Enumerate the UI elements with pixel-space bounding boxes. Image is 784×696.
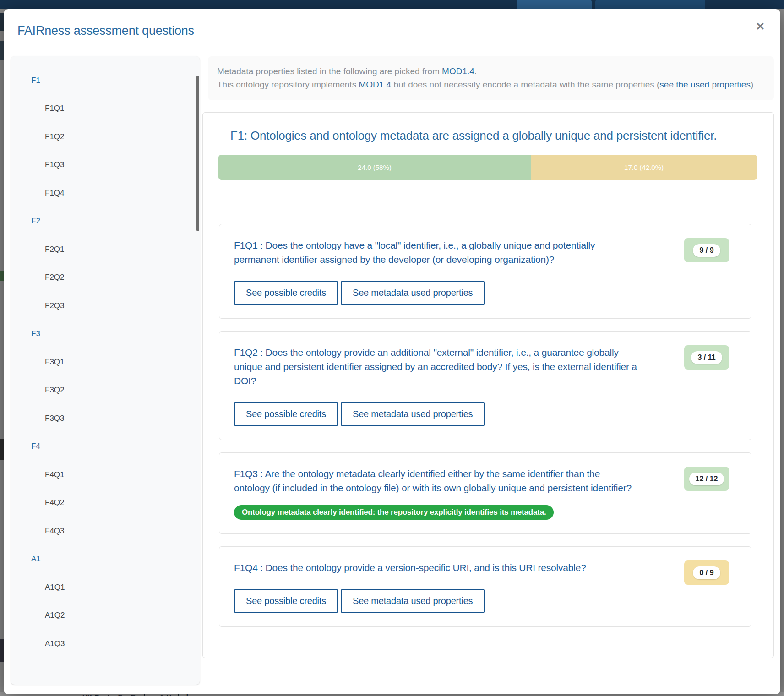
progress-passed-segment: 24.0 (58%) xyxy=(218,155,531,180)
question-card-F1Q3: F1Q3 : Are the ontology metadata clearly… xyxy=(219,452,751,534)
see-metadata-used-properties-button[interactable]: See metadata used properties xyxy=(341,281,485,304)
score-value: 3 / 11 xyxy=(691,351,722,364)
info-text: ) xyxy=(751,80,753,89)
sidebar-item-F2Q3[interactable]: F2Q3 xyxy=(11,292,200,320)
background-fragment xyxy=(0,13,4,31)
question-text: F1Q2 : Does the ontology provide an addi… xyxy=(234,345,637,388)
question-text: F1Q4 : Does the ontology provide a versi… xyxy=(234,560,637,575)
sidebar-item-F2[interactable]: F2 xyxy=(11,207,200,236)
background-fragment xyxy=(0,271,4,281)
background-top-navbar xyxy=(0,0,784,9)
info-text: . xyxy=(474,66,477,76)
sidebar-item-F4Q3[interactable]: F4Q3 xyxy=(11,517,200,545)
sidebar-item-F2Q2[interactable]: F2Q2 xyxy=(11,264,200,292)
score-badge: 3 / 11 xyxy=(684,345,729,370)
progress-missed-label: 17.0 (42.0%) xyxy=(624,163,664,171)
question-card-F1Q1: F1Q1 : Does the ontology have a "local" … xyxy=(219,224,751,319)
see-possible-credits-button[interactable]: See possible credits xyxy=(234,281,338,304)
f1-section-card: F1: Ontologies and ontology metadata are… xyxy=(202,112,774,658)
sidebar-item-A1Q3[interactable]: A1Q3 xyxy=(11,630,200,658)
header-divider xyxy=(4,54,780,54)
fairness-assessment-modal: FAIRness assessment questions ✕ F1 F1Q1 … xyxy=(4,9,780,694)
mod14-link[interactable]: MOD1.4 xyxy=(442,66,474,76)
sidebar-item-F1Q2[interactable]: F1Q2 xyxy=(11,123,200,151)
question-text: F1Q1 : Does the ontology have a "local" … xyxy=(234,238,637,266)
sidebar-item-F3Q2[interactable]: F3Q2 xyxy=(11,376,200,405)
score-value: 9 / 9 xyxy=(693,244,720,257)
sidebar-item-F3Q1[interactable]: F3Q1 xyxy=(11,348,200,376)
sidebar-item-F1[interactable]: F1 xyxy=(11,66,200,95)
question-text: F1Q3 : Are the ontology metadata clearly… xyxy=(234,467,637,495)
background-fragment xyxy=(0,41,4,60)
sidebar-item-A1[interactable]: A1 xyxy=(11,545,200,574)
progress-missed-segment: 17.0 (42.0%) xyxy=(531,155,757,180)
used-properties-link[interactable]: see the used properties xyxy=(659,80,751,89)
background-fragment xyxy=(0,639,4,662)
info-text: Metadata properties listed in the follow… xyxy=(217,66,442,76)
sidebar-item-F1Q3[interactable]: F1Q3 xyxy=(11,151,200,179)
mod14-link[interactable]: MOD1.4 xyxy=(359,80,391,89)
sidebar-item-F4[interactable]: F4 xyxy=(11,433,200,461)
sidebar-item-A1Q1[interactable]: A1Q1 xyxy=(11,573,200,602)
see-possible-credits-button[interactable]: See possible credits xyxy=(234,402,338,426)
f1-score-progress-bar: 24.0 (58%) 17.0 (42.0%) xyxy=(218,155,757,180)
status-badge: Ontology metadata clearly identified: th… xyxy=(234,505,554,520)
f1-section-title: F1: Ontologies and ontology metadata are… xyxy=(230,127,725,144)
see-metadata-used-properties-button[interactable]: See metadata used properties xyxy=(341,589,485,613)
sidebar-item-F3[interactable]: F3 xyxy=(11,320,200,348)
question-card-F1Q2: F1Q2 : Does the ontology provide an addi… xyxy=(219,331,751,440)
score-badge: 0 / 9 xyxy=(684,560,729,585)
background-navbar-button xyxy=(595,0,705,9)
sidebar-item-F4Q1[interactable]: F4Q1 xyxy=(11,461,200,489)
sidebar-item-F1Q1[interactable]: F1Q1 xyxy=(11,95,200,123)
metadata-info-box: Metadata properties listed in the follow… xyxy=(208,56,774,100)
close-icon[interactable]: ✕ xyxy=(756,21,765,32)
score-value: 0 / 9 xyxy=(693,566,720,579)
progress-passed-label: 24.0 (58%) xyxy=(358,163,391,171)
info-text: but does not necessity encode a metadata… xyxy=(391,80,659,89)
score-badge: 9 / 9 xyxy=(684,238,729,262)
modal-title: FAIRness assessment questions xyxy=(17,24,194,38)
sidebar-item-F1Q4[interactable]: F1Q4 xyxy=(11,179,200,207)
modal-header: FAIRness assessment questions ✕ xyxy=(4,9,780,54)
sidebar-scrollbar-thumb[interactable] xyxy=(196,76,199,231)
sidebar-item-F2Q1[interactable]: F2Q1 xyxy=(11,235,200,264)
see-metadata-used-properties-button[interactable]: See metadata used properties xyxy=(341,402,485,426)
score-badge: 12 / 12 xyxy=(684,467,729,491)
see-possible-credits-button[interactable]: See possible credits xyxy=(234,589,338,613)
info-text: This ontology repository implements xyxy=(217,80,359,89)
question-nav-sidebar: F1 F1Q1 F1Q2 F1Q3 F1Q4 F2 F2Q1 F2Q2 F2Q3… xyxy=(11,56,200,685)
background-fragment xyxy=(0,439,4,460)
background-navbar-button xyxy=(517,0,592,9)
sidebar-item-F4Q2[interactable]: F4Q2 xyxy=(11,489,200,517)
sidebar-item-A1Q2[interactable]: A1Q2 xyxy=(11,602,200,630)
score-value: 12 / 12 xyxy=(689,473,724,485)
question-card-F1Q4: F1Q4 : Does the ontology provide a versi… xyxy=(219,546,751,627)
question-detail-panel: Metadata properties listed in the follow… xyxy=(202,56,774,694)
sidebar-item-F3Q3[interactable]: F3Q3 xyxy=(11,404,200,433)
